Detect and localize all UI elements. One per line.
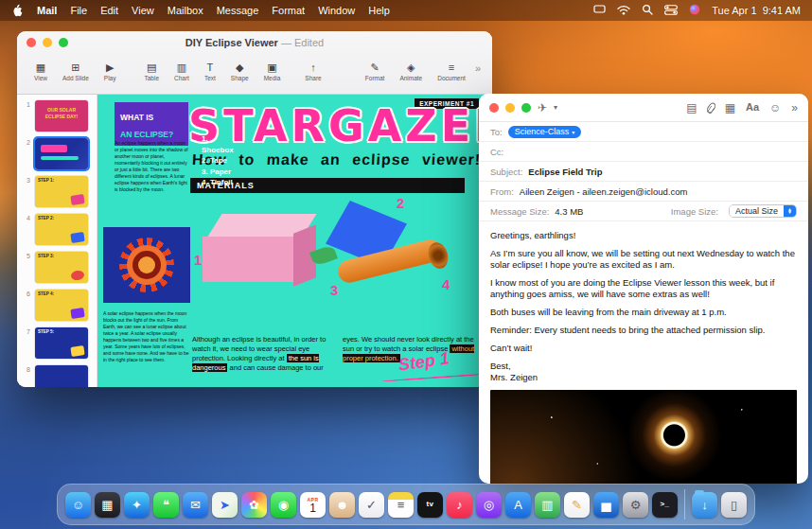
format-button[interactable]: ✎Format (358, 62, 393, 81)
media-button[interactable]: ▣Media (256, 62, 289, 81)
materials-box[interactable]: MATERIALS 1 2 3 4 1. Sh (190, 178, 465, 327)
dock-finder[interactable]: ☺ (65, 492, 91, 518)
eclipse-intro-text[interactable]: An eclipse happens when a moon or planet… (115, 140, 188, 193)
attach-icon[interactable] (705, 101, 717, 115)
mail-titlebar[interactable]: ✈ ▾ ▤ ▦ Aa ☺ » (479, 94, 808, 122)
slide-row-4[interactable]: 4STEP 2: (17, 214, 97, 245)
slide-row-3[interactable]: 3STEP 1: (17, 176, 97, 207)
menu-item-format[interactable]: Format (272, 5, 305, 16)
play-button[interactable]: ▶Play (97, 62, 124, 81)
table-button[interactable]: ▤Table (136, 62, 167, 81)
apple-menu-icon[interactable] (11, 4, 24, 17)
from-value[interactable]: Aileen Zeigen - aileen.zeigen@icloud.com (520, 186, 688, 197)
menu-item-edit[interactable]: Edit (100, 5, 118, 16)
siri-icon[interactable] (689, 4, 700, 17)
photo-browser-icon[interactable]: ▦ (725, 102, 735, 114)
dock-podcasts[interactable]: ◎ (476, 492, 502, 518)
dock-app-store[interactable]: A (505, 492, 531, 518)
menu-clock[interactable]: Tue Apr 1 9:41 AM (712, 5, 801, 16)
slide-row-8[interactable]: 8 (17, 365, 97, 387)
zoom-button[interactable] (521, 103, 531, 113)
from-field[interactable]: From: Aileen Zeigen - aileen.zeigen@iclo… (479, 182, 808, 202)
slide-thumbnail-8[interactable] (35, 365, 88, 387)
dock-reminders[interactable]: ✓ (359, 492, 384, 518)
slide-thumbnail-7[interactable]: STEP 5: (35, 327, 88, 359)
sun-illustration[interactable] (103, 227, 190, 303)
dock-music[interactable]: ♪ (447, 492, 472, 518)
dock-settings[interactable]: ⚙ (623, 492, 648, 518)
add-slide-button[interactable]: ⊞Add Slide (55, 62, 97, 81)
toolbar-overflow-icon[interactable]: » (473, 62, 483, 81)
dock-facetime[interactable]: ◉ (271, 492, 296, 518)
menu-item-message[interactable]: Message (217, 5, 259, 16)
recipient-token[interactable]: Science-Class ▾ (508, 126, 582, 138)
dock-notes[interactable]: ≡ (388, 492, 414, 518)
minimize-button[interactable] (43, 38, 52, 47)
format-text-button[interactable]: Aa (746, 102, 759, 113)
zoom-button[interactable] (59, 38, 68, 47)
share-button[interactable]: ↑Share (297, 62, 328, 81)
dock-downloads-folder[interactable]: ↓ (692, 492, 717, 518)
dock-terminal[interactable]: >_ (652, 492, 678, 518)
dock-tv[interactable]: tv (417, 492, 443, 518)
search-icon[interactable] (642, 4, 653, 17)
menu-item-mailbox[interactable]: Mailbox (168, 5, 203, 16)
slide-row-1[interactable]: 1OUR SOLAR ECLIPSE DAY! (17, 100, 97, 132)
keynote-titlebar[interactable]: DIY Eclipse Viewer — Edited (17, 31, 492, 54)
cc-field[interactable]: Cc: (479, 142, 808, 162)
dock-safari[interactable]: ✦ (124, 492, 150, 518)
emoji-icon[interactable]: ☺ (769, 102, 781, 114)
send-icon[interactable]: ✈ (538, 102, 547, 114)
toolbar-overflow-icon[interactable]: » (791, 102, 798, 114)
close-button[interactable] (26, 38, 36, 47)
dock-photos[interactable]: ✿ (241, 492, 267, 518)
slide-thumbnail-1[interactable]: OUR SOLAR ECLIPSE DAY! (35, 100, 88, 132)
slide-thumbnail-4[interactable]: STEP 2: (35, 214, 88, 245)
slide-row-5[interactable]: 5STEP 3: (17, 252, 97, 283)
slide-row-7[interactable]: 7STEP 5: (17, 327, 97, 359)
slide-row-2[interactable]: 2 (17, 138, 97, 169)
chart-button[interactable]: ▥Chart (167, 62, 197, 81)
menu-item-help[interactable]: Help (368, 5, 390, 16)
poster-headline[interactable]: STARGAZER (188, 100, 492, 151)
send-menu-chevron-icon[interactable]: ▾ (554, 104, 557, 112)
image-size-dropdown[interactable]: Actual Size ▲▼ (729, 204, 797, 218)
dock-trash[interactable]: ▯ (721, 492, 747, 518)
animate-button[interactable]: ◈Animate (392, 62, 430, 81)
control-center-icon[interactable] (664, 5, 678, 17)
poster-subhead[interactable]: How to make an eclipse viewer! (192, 151, 482, 168)
dock-numbers[interactable]: ▥ (535, 492, 560, 518)
dock-mail[interactable]: ✉ (183, 492, 208, 518)
subject-field[interactable]: Subject: Eclipse Field Trip (479, 162, 808, 182)
dock-pages[interactable]: ✎ (564, 492, 590, 518)
solar-eclipse-text[interactable]: A solar eclipse happens when the moon bl… (103, 310, 189, 363)
to-field[interactable]: To: Science-Class ▾ (479, 122, 808, 142)
dock-messages[interactable]: ❝ (153, 492, 179, 518)
dock-launchpad[interactable]: ▦ (95, 492, 120, 518)
minimize-button[interactable] (505, 103, 515, 113)
dock-keynote[interactable]: ▅ (593, 492, 619, 518)
text-button[interactable]: TText (197, 62, 223, 81)
slide-thumbnail-3[interactable]: STEP 1: (35, 176, 88, 207)
menu-item-mail[interactable]: Mail (37, 5, 57, 16)
menu-item-window[interactable]: Window (318, 5, 355, 16)
close-button[interactable] (489, 103, 499, 113)
dock-contacts[interactable]: ☻ (329, 492, 355, 518)
shape-button[interactable]: ◆Shape (223, 62, 256, 81)
slide-row-6[interactable]: 6STEP 4: (17, 290, 97, 321)
display-icon[interactable] (593, 5, 606, 16)
dock-calendar[interactable]: APR 1 (300, 492, 326, 518)
document-button[interactable]: ≡Document (430, 62, 473, 81)
slide-thumbnail-2-selected[interactable] (35, 138, 88, 169)
slide-thumbnail-5[interactable]: STEP 3: (35, 252, 88, 283)
menu-item-view[interactable]: View (132, 5, 154, 16)
menu-item-file[interactable]: File (70, 5, 87, 16)
message-body[interactable]: Greetings, earthlings! As I’m sure you a… (479, 221, 808, 484)
eclipse-attachment-image[interactable] (490, 390, 797, 484)
wifi-icon[interactable] (617, 5, 630, 17)
header-fields-icon[interactable]: ▤ (686, 102, 697, 114)
subject-value[interactable]: Eclipse Field Trip (528, 167, 602, 177)
dock-maps[interactable]: ➤ (212, 492, 238, 518)
view-button[interactable]: ▦View (26, 62, 55, 81)
poster-slide[interactable]: EXPERIMENT #1 STARGAZER How to make an e… (97, 95, 492, 387)
